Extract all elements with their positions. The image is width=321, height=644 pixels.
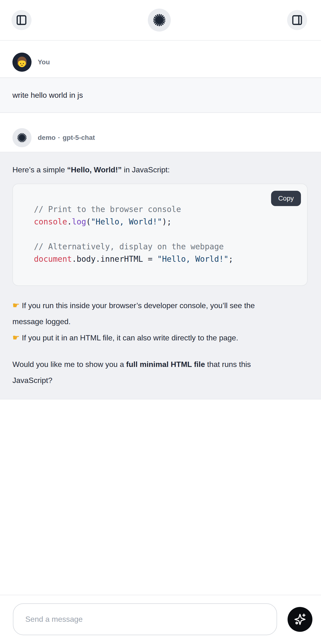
text-segment: Here’s a simple (12, 166, 67, 174)
user-turn-header: You (0, 52, 321, 72)
code-token-plain: ( (86, 217, 91, 226)
pointing-hand-emoji: ☛ (12, 333, 19, 342)
assistant-paragraph: Would you like me to show you a full min… (12, 356, 287, 388)
panel-left-icon (16, 14, 27, 26)
text-segment: in JavaScript: (122, 166, 170, 174)
pointing-hand-emoji: ☛ (12, 300, 19, 310)
right-panel-toggle-button[interactable] (287, 10, 307, 30)
code-token-string: "Hello, World!" (91, 217, 162, 226)
starburst-logo-icon (152, 13, 166, 27)
top-bar (0, 0, 321, 41)
code-token-plain: . (67, 217, 72, 226)
user-message: write hello world in js (0, 78, 321, 113)
code-block: Copy // Print to the browser console con… (12, 184, 308, 286)
model-logo-button[interactable] (148, 8, 171, 32)
assistant-turn-header: demo · gpt-5-chat (0, 128, 321, 147)
send-button[interactable] (288, 607, 313, 632)
assistant-intro-paragraph: Here’s a simple “Hello, World!” in JavaS… (12, 162, 287, 178)
sender-name: You (38, 58, 50, 66)
code-token-comment: // Print to the browser console (34, 205, 181, 214)
user-sender-label: You (38, 58, 50, 66)
assistant-avatar (12, 128, 31, 147)
starburst-avatar-icon (17, 132, 27, 143)
person-emoji-icon (15, 55, 29, 69)
assistant-paragraph: ☛ If you run this inside your browser’s … (12, 298, 287, 346)
text-segment: If you run this inside your browser’s de… (12, 301, 255, 326)
copy-code-button[interactable]: Copy (271, 191, 301, 206)
text-segment: If you put it in an HTML file, it can al… (19, 334, 238, 342)
sidebar-toggle-button[interactable] (11, 10, 31, 30)
code-token-builtin: console (34, 217, 67, 226)
message-input[interactable] (13, 603, 277, 635)
code-token-plain: .body.innerHTML = (72, 254, 157, 264)
panel-right-icon (291, 14, 303, 26)
text-segment: full minimal HTML file (126, 360, 205, 368)
code-token-plain: ); (162, 217, 171, 226)
model-name: gpt-5-chat (62, 134, 95, 142)
assistant-sender-label: demo · gpt-5-chat (38, 134, 95, 142)
code-token-function: log (72, 217, 86, 226)
user-avatar (12, 52, 31, 72)
assistant-paragraphs: ☛ If you run this inside your browser’s … (12, 298, 309, 388)
assistant-message: Here’s a simple “Hello, World!” in JavaS… (0, 152, 321, 400)
code-token-plain: ; (229, 254, 233, 264)
code-token-string: "Hello, World!" (157, 254, 229, 264)
code-token-builtin: document (34, 254, 72, 264)
text-segment: Would you like me to show you a (12, 360, 126, 368)
chat-empty-area (0, 400, 321, 595)
chat-app: You write hello world in js (0, 0, 321, 644)
composer-bar (0, 595, 321, 644)
agent-name: demo (38, 134, 56, 142)
sparkles-icon (293, 613, 307, 626)
user-message-text: write hello world in js (12, 91, 83, 100)
text-segment: “Hello, World!” (67, 166, 122, 174)
code-content: // Print to the browser console console.… (13, 184, 307, 286)
sender-separator: · (58, 134, 60, 142)
code-token-comment: // Alternatively, display on the webpage (34, 242, 224, 251)
